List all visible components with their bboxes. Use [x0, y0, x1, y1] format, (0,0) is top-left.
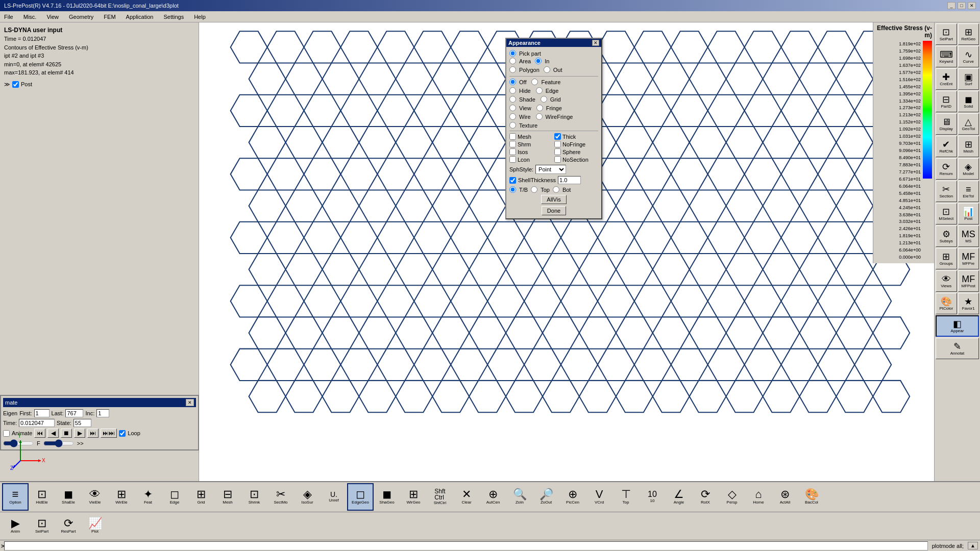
mesh-right-button[interactable]: ⊞ Mesh	[958, 136, 979, 157]
play-button[interactable]: ▶	[74, 429, 85, 438]
loop-checkbox[interactable]	[119, 430, 126, 437]
top-radio[interactable]	[531, 186, 537, 193]
pick-part-radio[interactable]	[509, 50, 516, 57]
time-input[interactable]	[19, 419, 55, 427]
annotate-button[interactable]: ✎ Annotat	[936, 338, 979, 359]
window-controls[interactable]: _ □ ✕	[947, 2, 976, 9]
stop-button[interactable]: ⏹	[61, 429, 72, 438]
mfpre-button[interactable]: MF MFPre	[958, 248, 979, 269]
inc-input[interactable]	[96, 409, 109, 417]
shfctrl-button[interactable]: ShftCtrl ShfCtrl	[427, 483, 453, 511]
edge-button[interactable]: ◻ Edge	[161, 483, 188, 511]
keywrd-button[interactable]: ⌨ Keywrd	[936, 46, 957, 67]
menu-file[interactable]: File	[2, 13, 15, 21]
next-frame-button[interactable]: ⏭	[87, 429, 99, 438]
ptcolor-button[interactable]: 🎨 PtColor	[936, 293, 957, 314]
mesh-bottom-button[interactable]: ⊟ Mesh	[214, 483, 241, 511]
unref-button[interactable]: U. Unref	[321, 483, 347, 511]
piccen-button[interactable]: ⊕ PicCen	[559, 483, 586, 511]
off-radio[interactable]	[509, 79, 516, 85]
area-radio[interactable]	[509, 58, 516, 64]
out-radio[interactable]	[544, 66, 550, 73]
wirgeo-button[interactable]: ⊞ WirGeo	[400, 483, 427, 511]
display-button[interactable]: 🖥 Display	[936, 113, 957, 135]
angle-button[interactable]: ∠ Angle	[666, 483, 692, 511]
wirefringe-radio[interactable]	[536, 113, 543, 120]
zoin-button[interactable]: 🔍 ZoIn	[506, 483, 533, 511]
refgeo-button[interactable]: ⊞ RefGeo	[958, 23, 979, 45]
state-input[interactable]	[74, 419, 91, 427]
respart-button[interactable]: ⟳ ResPart	[55, 512, 82, 540]
shade-radio[interactable]	[509, 96, 516, 103]
nofringe-checkbox[interactable]	[554, 141, 561, 147]
views-button[interactable]: 👁 Views	[936, 270, 957, 292]
menu-misc[interactable]: Misc.	[21, 13, 39, 21]
section-button[interactable]: ✂ Section	[936, 181, 957, 202]
nosection-checkbox[interactable]	[554, 156, 561, 163]
mselect-button[interactable]: ⊡ MSelect	[936, 203, 957, 224]
menu-help[interactable]: Help	[192, 13, 208, 21]
groups-button[interactable]: ⊞ Groups	[936, 248, 957, 269]
baccol-button[interactable]: 🎨 BacCol	[798, 483, 825, 511]
wire-radio[interactable]	[509, 113, 516, 120]
geotol-button[interactable]: △ GeoTol	[958, 113, 979, 135]
mesh-checkbox[interactable]	[509, 133, 516, 140]
hide-radio[interactable]	[509, 87, 516, 94]
fringe-radio[interactable]	[536, 105, 543, 111]
appearance-close-button[interactable]: ✕	[592, 40, 599, 46]
zoout-button[interactable]: 🔎 ZoOut	[533, 483, 559, 511]
menu-view[interactable]: View	[44, 13, 61, 21]
viele-button[interactable]: 👁 VieEle	[82, 483, 108, 511]
ten-button[interactable]: 10 10	[639, 483, 666, 511]
solid-button[interactable]: ◼ Solid	[958, 91, 979, 112]
in-radio[interactable]	[535, 58, 542, 64]
menu-application[interactable]: Application	[124, 13, 156, 21]
command-scroll-up[interactable]: ▲	[968, 542, 978, 549]
shrm-checkbox[interactable]	[509, 141, 516, 147]
home-button[interactable]: ⌂ Home	[745, 483, 772, 511]
selpart-bottom-button[interactable]: ⊡ SelPart	[29, 512, 55, 540]
done-button[interactable]: Done	[542, 206, 566, 215]
top-button[interactable]: ⊤ Top	[612, 483, 639, 511]
bot-radio[interactable]	[553, 186, 559, 193]
rotx-button[interactable]: ⟳ RotX	[692, 483, 719, 511]
grid-button[interactable]: ⊞ Grid	[188, 483, 214, 511]
persp-button[interactable]: ◇ Persp	[719, 483, 745, 511]
shell-thickness-input[interactable]	[558, 176, 581, 184]
anim-button[interactable]: ▶ Anim	[2, 512, 29, 540]
isosur-button[interactable]: ◈ IsoSur	[294, 483, 321, 511]
shrink-button[interactable]: ⊡ Shrink	[241, 483, 267, 511]
model-button[interactable]: ◈ Model	[958, 158, 979, 180]
sph-style-select[interactable]: Point Sphere	[535, 165, 566, 174]
isos-checkbox[interactable]	[509, 148, 516, 155]
autcen-button[interactable]: ⊕ AutCen	[480, 483, 506, 511]
menu-geometry[interactable]: Geometry	[67, 13, 95, 21]
hidele-button[interactable]: ⊡ HidEle	[29, 483, 55, 511]
maximize-button[interactable]: □	[958, 2, 966, 9]
tb-radio[interactable]	[509, 186, 516, 193]
menu-settings[interactable]: Settings	[161, 13, 186, 21]
shageo-button[interactable]: ◼ ShaGeo	[374, 483, 400, 511]
animate-checkbox[interactable]	[3, 430, 10, 437]
edge-radio[interactable]	[536, 87, 543, 94]
feature-radio[interactable]	[531, 79, 538, 85]
favor1-button[interactable]: ★ Favor1	[958, 293, 979, 314]
eletol-button[interactable]: ≡ EleTol	[958, 181, 979, 202]
plot-button[interactable]: 📈 Plot	[82, 512, 108, 540]
creent-button[interactable]: ✚ CreEnt	[936, 68, 957, 90]
sphere-checkbox[interactable]	[554, 148, 561, 155]
sectmo-button[interactable]: ✂ SectMo	[267, 483, 294, 511]
wirele-button[interactable]: ⊞ WirEle	[108, 483, 135, 511]
menu-fem[interactable]: FEM	[102, 13, 117, 21]
refchk-button[interactable]: ✔ RefChk	[936, 136, 957, 157]
close-button[interactable]: ✕	[968, 2, 976, 9]
command-input[interactable]	[4, 541, 928, 550]
first-input[interactable]	[34, 409, 50, 417]
partd-button[interactable]: ⊟ PartD	[936, 91, 957, 112]
animate-close-button[interactable]: ✕	[186, 399, 194, 406]
appear-button[interactable]: ◧ Appear	[936, 315, 979, 337]
thick-checkbox[interactable]	[554, 133, 561, 140]
clear-button[interactable]: ✕ Clear	[453, 483, 480, 511]
renum-button[interactable]: ⟳ Renum	[936, 158, 957, 180]
shaele-button[interactable]: ◼ ShaEle	[55, 483, 82, 511]
